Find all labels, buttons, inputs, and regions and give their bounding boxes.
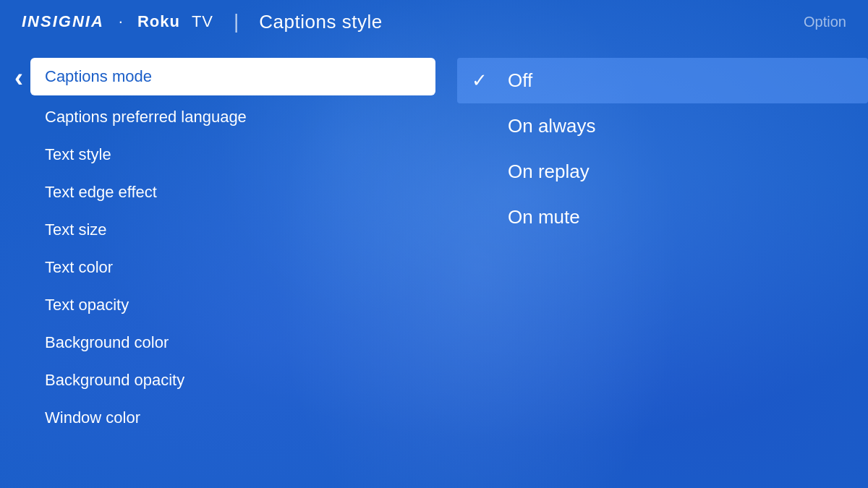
menu-item-text-edge-effect[interactable]: Text edge effect xyxy=(30,174,435,211)
header-divider: | xyxy=(234,10,239,33)
brand-tv: TV xyxy=(192,12,213,31)
right-menu: ✓ Off ✓ On always ✓ On replay ✓ On mute xyxy=(435,58,868,484)
menu-item-text-style[interactable]: Text style xyxy=(30,136,435,174)
option-on-mute[interactable]: ✓ On mute xyxy=(457,194,868,240)
menu-item-background-opacity[interactable]: Background opacity xyxy=(30,361,435,399)
option-off[interactable]: ✓ Off xyxy=(457,58,868,103)
menu-item-captions-preferred-language[interactable]: Captions preferred language xyxy=(30,98,435,136)
checkmark-off: ✓ xyxy=(472,69,493,92)
back-button[interactable]: ‹ xyxy=(14,58,23,484)
menu-item-window-color[interactable]: Window color xyxy=(30,399,435,437)
option-on-always[interactable]: ✓ On always xyxy=(457,103,868,149)
back-chevron-icon: ‹ xyxy=(14,65,23,91)
brand-roku: Roku xyxy=(137,12,180,31)
menu-item-text-color[interactable]: Text color xyxy=(30,249,435,286)
menu-item-text-opacity[interactable]: Text opacity xyxy=(30,286,435,324)
menu-item-text-size[interactable]: Text size xyxy=(30,211,435,249)
header-branding: INSIGNIA · Roku TV | Captions style xyxy=(22,10,383,33)
menu-item-background-color[interactable]: Background color xyxy=(30,324,435,361)
brand-insignia: INSIGNIA xyxy=(22,12,104,31)
header: INSIGNIA · Roku TV | Captions style Opti… xyxy=(0,0,868,43)
page-title: Captions style xyxy=(259,11,382,33)
header-option-label: Option xyxy=(804,14,846,30)
main-content: ‹ Captions mode Captions preferred langu… xyxy=(0,43,868,484)
menu-item-captions-mode[interactable]: Captions mode xyxy=(30,58,435,95)
option-on-replay[interactable]: ✓ On replay xyxy=(457,149,868,194)
brand-dot: · xyxy=(119,12,123,31)
left-menu: Captions mode Captions preferred languag… xyxy=(30,58,435,484)
